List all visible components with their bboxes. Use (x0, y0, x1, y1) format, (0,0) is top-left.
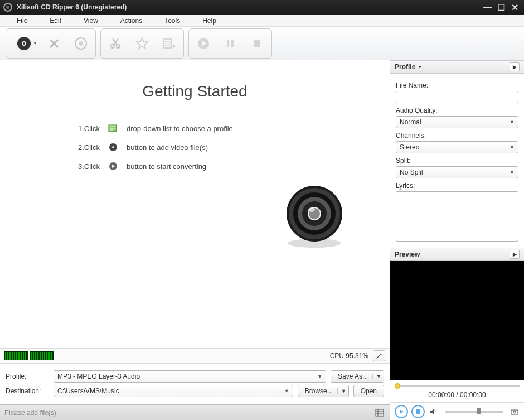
list-icon (375, 408, 384, 417)
status-footer: Please add file(s) (0, 404, 390, 420)
menu-tools[interactable]: Tools (153, 16, 191, 26)
filename-input[interactable] (396, 91, 518, 103)
stop-button[interactable] (245, 31, 269, 56)
status-placeholder: Please add file(s) (4, 409, 374, 417)
list-view-button[interactable] (374, 407, 385, 418)
close-button[interactable]: ✕ (508, 2, 521, 12)
chevron-down-icon: ▼ (317, 374, 322, 379)
menu-help[interactable]: Help (191, 16, 227, 26)
menu-actions[interactable]: Actions (109, 16, 153, 26)
profile-label: Profile: (6, 373, 49, 380)
title-bar: Xilisoft CD Ripper 6 (Unregistered) — ☐ … (0, 0, 524, 15)
chevron-down-icon: ▼ (337, 388, 346, 394)
toolgroup-convert (188, 28, 272, 59)
profile-value: MP3 - MPEG Layer-3 Audio (57, 373, 140, 380)
channels-combo[interactable]: Stereo ▼ (396, 141, 518, 153)
svg-rect-28 (511, 410, 518, 414)
play-icon (399, 409, 404, 414)
delete-button[interactable] (42, 31, 66, 56)
snapshot-button[interactable] (510, 407, 520, 417)
speaker-image (284, 183, 345, 252)
convert-button[interactable] (191, 31, 216, 56)
cut-button[interactable] (103, 31, 128, 56)
app-logo-icon (3, 3, 12, 12)
step-number: 3.Click (78, 162, 100, 171)
preview-stop-button[interactable] (411, 405, 425, 418)
play-controls (390, 402, 524, 420)
film-plus-icon (162, 36, 176, 51)
preview-video (390, 261, 524, 380)
preview-progress[interactable] (395, 383, 520, 389)
convert-icon (196, 36, 211, 51)
quality-value: Normal (400, 118, 421, 126)
chevron-down-icon: ▼ (510, 144, 515, 150)
browse-label: Browse... (305, 387, 333, 395)
volume-icon[interactable] (428, 407, 438, 417)
wrench-icon (375, 352, 383, 360)
svg-rect-10 (231, 40, 234, 47)
browse-button[interactable]: Browse... ▼ (298, 385, 349, 397)
preview-header-label: Preview (395, 250, 420, 258)
settings-button[interactable] (373, 350, 385, 361)
refresh-button[interactable] (69, 31, 93, 56)
add-disc-button[interactable]: ▼ (8, 31, 40, 56)
step-2: 2.Click button to add video file(s) (78, 142, 367, 153)
collapse-button[interactable]: ▶ (510, 62, 520, 71)
svg-point-2 (23, 42, 25, 45)
split-combo[interactable]: No Split ▼ (396, 166, 518, 178)
camera-icon (511, 408, 518, 416)
preview-panel-header[interactable]: Preview ▶ (390, 248, 524, 261)
toolbar: ▼ (0, 27, 524, 60)
open-button[interactable]: Open (353, 385, 384, 397)
preview-panel-body: 00:00:00 / 00:00:00 (390, 261, 524, 420)
toolgroup-source: ▼ (6, 28, 96, 59)
quality-combo[interactable]: Normal ▼ (396, 116, 518, 128)
menu-bar: File Edit View Actions Tools Help (0, 15, 524, 27)
toolgroup-edit (100, 28, 184, 59)
minimize-button[interactable]: — (482, 2, 494, 12)
add-clip-button[interactable] (157, 31, 181, 56)
lyrics-textarea[interactable] (396, 191, 518, 242)
add-file-icon (108, 142, 119, 153)
chevron-down-icon: ▼ (284, 388, 289, 394)
cpu-bar: CPU:95.31% (0, 348, 390, 364)
svg-rect-26 (376, 409, 384, 416)
svg-point-25 (308, 207, 315, 212)
menu-file[interactable]: File (6, 16, 38, 26)
play-button[interactable] (395, 405, 408, 418)
progress-thumb-icon[interactable] (395, 383, 400, 389)
svg-rect-27 (416, 409, 420, 414)
open-label: Open (361, 387, 377, 395)
lyrics-label: Lyrics: (396, 182, 518, 190)
menu-edit[interactable]: Edit (38, 16, 72, 26)
effects-button[interactable] (130, 31, 154, 56)
volume-slider[interactable] (445, 411, 503, 413)
chevron-down-icon: ▼ (372, 374, 381, 379)
step-3: 3.Click button to start converting (78, 161, 367, 172)
collapse-button[interactable]: ▶ (510, 250, 520, 259)
step-text: drop-down list to choose a profile (127, 124, 233, 133)
step-number: 1.Click (78, 124, 100, 133)
save-as-button[interactable]: Save As... ▼ (331, 370, 384, 383)
step-number: 2.Click (78, 143, 100, 152)
profile-combo[interactable]: MP3 - MPEG Layer-3 Audio ▼ (54, 370, 326, 383)
getting-started-heading: Getting Started (22, 83, 367, 100)
main-content: Getting Started 1.Click drop-down list t… (0, 60, 390, 348)
maximize-button[interactable]: ☐ (495, 2, 507, 12)
volume-thumb[interactable] (477, 408, 481, 414)
svg-point-14 (112, 146, 114, 148)
step-1: 1.Click drop-down list to choose a profi… (78, 123, 367, 134)
split-value: No Split (400, 168, 423, 176)
profile-header-label: Profile (395, 63, 415, 71)
start-convert-icon (108, 161, 119, 172)
menu-view[interactable]: View (72, 16, 109, 26)
svg-point-4 (79, 41, 83, 46)
chevron-down-icon: ▼ (510, 170, 515, 175)
chevron-down-icon: ▼ (510, 119, 515, 125)
profile-panel-header[interactable]: Profile ▼ ▶ (390, 60, 524, 74)
globe-icon (74, 36, 88, 51)
profile-panel-body: File Name: Audio Quality: Normal ▼ Chann… (390, 74, 524, 248)
pause-icon (224, 37, 236, 50)
destination-combo[interactable]: C:\Users\VMS\Music ▼ (54, 385, 293, 397)
pause-button[interactable] (218, 31, 242, 56)
